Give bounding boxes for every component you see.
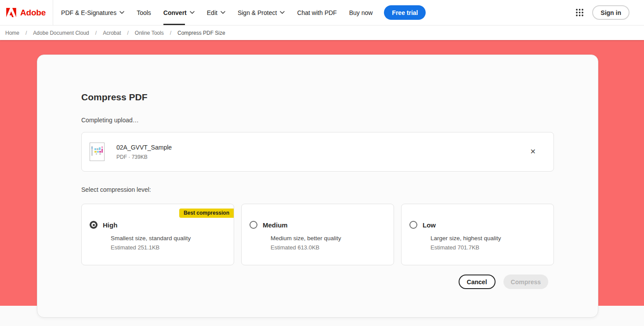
header-divider (53, 0, 53, 25)
option-title: Medium (263, 221, 288, 229)
top-nav: Adobe PDF & E-Signatures Tools Convert E… (0, 0, 644, 26)
breadcrumb-current: Compress PDF Size (177, 30, 225, 36)
nav-edit[interactable]: Edit (201, 0, 232, 25)
option-estimate: Estimated 251.1KB (111, 244, 225, 251)
adobe-brand[interactable]: Adobe (6, 0, 53, 25)
uploaded-file-row: 02A_GVVT_Sample PDF · 739KB ✕ (81, 132, 554, 172)
option-estimate: Estimated 701.7KB (431, 244, 545, 251)
nav-chat-with-pdf[interactable]: Chat with PDF (291, 0, 343, 25)
option-title: Low (423, 221, 436, 229)
file-name: 02A_GVVT_Sample (116, 144, 172, 151)
main-nav: PDF & E-Signatures Tools Convert Edit Si… (55, 0, 379, 25)
breadcrumb-home[interactable]: Home (5, 30, 19, 36)
file-thumbnail (90, 143, 105, 161)
breadcrumb-online-tools[interactable]: Online Tools (135, 30, 164, 36)
compress-pdf-card: Compress PDF Completing upload… (37, 55, 598, 318)
nav-convert[interactable]: Convert (157, 0, 201, 25)
adobe-wordmark: Adobe (20, 8, 46, 18)
breadcrumb-separator: / (95, 30, 97, 36)
option-title: High (103, 221, 117, 229)
sign-in-button[interactable]: Sign in (592, 5, 630, 20)
best-compression-badge: Best compression (179, 209, 234, 218)
option-description: Smallest size, standard quality (111, 235, 225, 242)
page-title: Compress PDF (81, 92, 554, 103)
breadcrumb-acrobat[interactable]: Acrobat (103, 30, 121, 36)
remove-file-button[interactable]: ✕ (528, 147, 538, 157)
chevron-down-icon (190, 11, 195, 14)
breadcrumb-separator: / (170, 30, 171, 36)
app-launcher-grid-icon[interactable] (575, 8, 584, 17)
radio-low[interactable] (409, 221, 417, 229)
breadcrumb-document-cloud[interactable]: Adobe Document Cloud (33, 30, 89, 36)
breadcrumb: Home / Adobe Document Cloud / Acrobat / … (0, 26, 644, 40)
free-trial-button[interactable]: Free trial (384, 5, 426, 20)
file-info: 02A_GVVT_Sample PDF · 739KB (116, 144, 172, 160)
file-meta: PDF · 739KB (116, 154, 172, 160)
close-icon: ✕ (530, 148, 536, 155)
compression-options: Best compression High Smallest size, sta… (81, 204, 554, 265)
nav-tools[interactable]: Tools (130, 0, 157, 25)
nav-pdf-esignatures[interactable]: PDF & E-Signatures (55, 0, 130, 25)
nav-buy-now[interactable]: Buy now (343, 0, 379, 25)
cancel-button[interactable]: Cancel (459, 275, 496, 289)
chevron-down-icon (280, 11, 285, 14)
nav-sign-protect[interactable]: Sign & Protect (232, 0, 291, 25)
action-buttons: Cancel Compress (81, 275, 554, 289)
upload-status-text: Completing upload… (81, 117, 554, 124)
option-estimate: Estimated 613.0KB (271, 244, 385, 251)
option-high[interactable]: Best compression High Smallest size, sta… (81, 204, 234, 265)
adobe-logo-icon (6, 8, 16, 17)
option-description: Larger size, highest quality (431, 235, 545, 242)
chevron-down-icon (221, 11, 225, 14)
compress-button[interactable]: Compress (503, 275, 548, 289)
radio-high[interactable] (90, 221, 98, 229)
compression-level-label: Select compression level: (81, 186, 554, 193)
option-medium[interactable]: Medium Medium size, better quality Estim… (241, 204, 394, 265)
hero-background: Compress PDF Completing upload… (0, 40, 644, 306)
radio-medium[interactable] (250, 221, 257, 229)
chevron-down-icon (119, 11, 124, 14)
option-description: Medium size, better quality (271, 235, 385, 242)
breadcrumb-separator: / (25, 30, 27, 36)
breadcrumb-separator: / (127, 30, 128, 36)
option-low[interactable]: Low Larger size, highest quality Estimat… (401, 204, 554, 265)
